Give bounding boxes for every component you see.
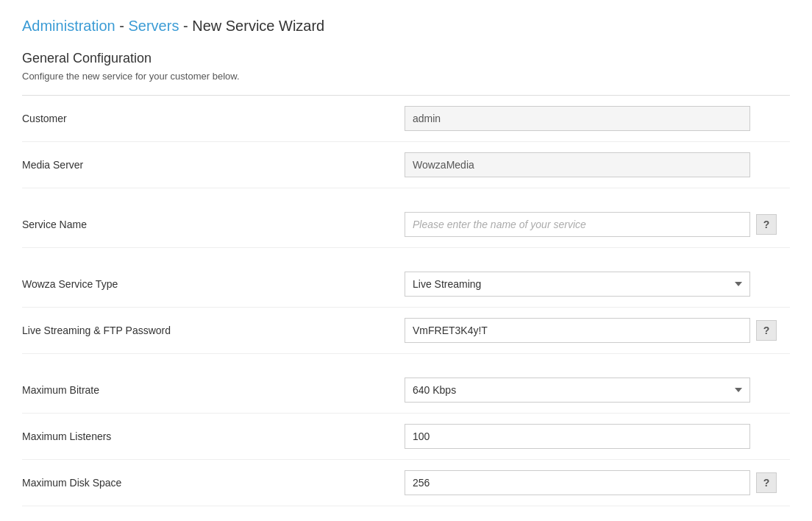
maximum-listeners-label: Maximum Listeners xyxy=(22,430,405,442)
live-streaming-password-row: Live Streaming & FTP Password ? xyxy=(22,308,790,354)
maximum-disk-space-help-button[interactable]: ? xyxy=(756,472,777,493)
service-name-label: Service Name xyxy=(22,219,405,230)
maximum-disk-space-row: Maximum Disk Space ? xyxy=(22,460,790,506)
admin-link[interactable]: Administration xyxy=(22,18,115,34)
maximum-listeners-input[interactable] xyxy=(405,424,750,449)
maximum-disk-space-label: Maximum Disk Space xyxy=(22,477,405,489)
wowza-service-type-label: Wowza Service Type xyxy=(22,278,405,290)
breadcrumb: Administration - Servers - New Service W… xyxy=(22,18,790,35)
servers-link[interactable]: Servers xyxy=(129,18,179,34)
wowza-service-type-row: Wowza Service Type Live Streaming Video … xyxy=(22,261,790,308)
media-server-row: Media Server xyxy=(22,142,790,188)
wowza-service-type-input-col: Live Streaming Video on Demand Live on D… xyxy=(405,272,790,297)
live-streaming-password-input[interactable] xyxy=(405,318,750,343)
section-subtitle: Configure the new service for your custo… xyxy=(22,71,790,82)
section-heading: General Configuration xyxy=(22,51,790,66)
maximum-disk-space-input-col: ? xyxy=(405,470,790,495)
live-streaming-password-label: Live Streaming & FTP Password xyxy=(22,325,405,336)
maximum-disk-space-input[interactable] xyxy=(405,470,750,495)
live-streaming-password-input-col: ? xyxy=(405,318,790,343)
media-server-label: Media Server xyxy=(22,159,405,171)
wowza-service-type-select[interactable]: Live Streaming Video on Demand Live on D… xyxy=(405,272,750,297)
maximum-bitrate-label: Maximum Bitrate xyxy=(22,384,405,396)
form-section: Customer Media Server Service Name ? Wow… xyxy=(22,95,790,521)
maximum-listeners-row: Maximum Listeners xyxy=(22,414,790,460)
service-name-input[interactable] xyxy=(405,212,750,237)
maximum-bitrate-row: Maximum Bitrate 320 Kbps 640 Kbps 1280 K… xyxy=(22,367,790,414)
maximum-bitrate-select[interactable]: 320 Kbps 640 Kbps 1280 Kbps 2560 Kbps xyxy=(405,378,750,403)
customer-label: Customer xyxy=(22,113,405,124)
service-name-row: Service Name ? xyxy=(22,202,790,248)
separator1: - xyxy=(119,18,128,34)
media-server-input-col xyxy=(405,152,790,177)
customer-row: Customer xyxy=(22,96,790,142)
service-name-input-col: ? xyxy=(405,212,790,237)
customer-input-col xyxy=(405,106,790,131)
page-title: New Service Wizard xyxy=(192,18,324,34)
service-name-help-button[interactable]: ? xyxy=(756,214,777,235)
maximum-listeners-input-col xyxy=(405,424,790,449)
maximum-bitrate-input-col: 320 Kbps 640 Kbps 1280 Kbps 2560 Kbps xyxy=(405,378,790,403)
live-streaming-password-help-button[interactable]: ? xyxy=(756,320,777,341)
media-server-input xyxy=(405,152,750,177)
customer-input xyxy=(405,106,750,131)
separator2: - xyxy=(183,18,192,34)
